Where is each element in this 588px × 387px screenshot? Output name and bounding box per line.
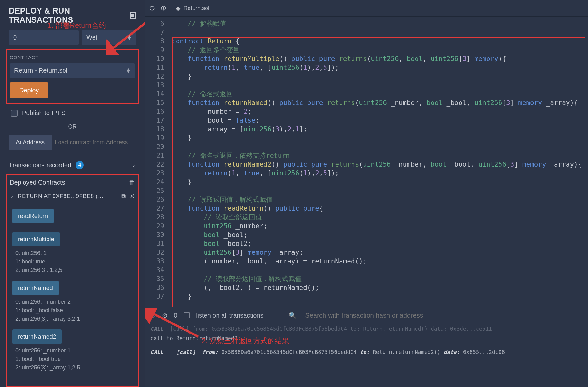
function-result: 0: uint256: _number 1: [12, 346, 135, 355]
function-result: 2: uint256[3]: 1,2,5: [12, 266, 135, 274]
chevron-updown-icon: ▲▼: [126, 68, 131, 73]
function-result: 1: bool: _bool true: [12, 355, 135, 363]
function-result: 0: uint256: 1: [12, 249, 135, 257]
function-block: readReturn: [10, 206, 135, 229]
zoom-in-icon[interactable]: ⊕: [161, 4, 166, 12]
function-block: returnNamed0: uint256: _number 21: bool:…: [10, 278, 135, 326]
editor-topbar: ⊖ ⊕ ◆ Return.sol: [145, 0, 588, 17]
annotation-2: 2. 观察三种返回方式的结果: [201, 336, 289, 346]
function-block: returnMultiple0: uint256: 11: bool: true…: [10, 229, 135, 278]
deployed-contracts-label: Deployed Contracts: [10, 179, 65, 186]
search-icon[interactable]: 🔍: [289, 312, 297, 319]
tab-return-sol[interactable]: ◆ Return.sol: [172, 3, 213, 14]
value-row: Wei ▲▼: [0, 30, 145, 49]
value-unit-label: Wei: [86, 34, 97, 41]
docs-icon[interactable]: [130, 12, 136, 19]
collapse-icon[interactable]: ⌄: [150, 312, 156, 319]
listen-all-label: listen on all transactions: [196, 312, 263, 319]
or-divider: OR: [0, 122, 145, 135]
value-input[interactable]: [9, 30, 79, 45]
publish-ipfs-checkbox[interactable]: [11, 110, 18, 117]
clear-icon[interactable]: ⊘: [162, 312, 167, 319]
pending-count: 0: [174, 312, 177, 319]
line-number-gutter: 6789101112131415161718192021222324252627…: [145, 17, 169, 303]
zoom-out-icon[interactable]: ⊖: [149, 4, 155, 12]
terminal-line: CALL CALL [call] from: 0x5B38Da6a701c568…: [150, 324, 582, 334]
contract-instance-row[interactable]: ⌄ RETURN AT 0XF8E...9FBE8 (MEMORY) ⧉ ✕: [10, 189, 135, 206]
contract-label: CONTRACT: [10, 53, 135, 63]
terminal-search-input[interactable]: [303, 310, 582, 320]
function-result: 2: uint256[3]: _array 1,2,5: [12, 363, 135, 372]
annotation-1: 1. 部署Return合约: [47, 21, 106, 30]
copy-icon[interactable]: ⧉: [121, 193, 126, 200]
listen-all-checkbox[interactable]: [184, 312, 190, 318]
contract-deploy-highlight: CONTRACT Return - Return.sol ▲▼ Deploy: [6, 49, 139, 104]
tab-filename: Return.sol: [184, 5, 209, 12]
function-button-readReturn[interactable]: readReturn: [12, 209, 54, 223]
deploy-run-panel: DEPLOY & RUN TRANSACTIONS 1. 部署Return合约 …: [0, 0, 145, 387]
terminal-panel: ⌄ ⊘ 0 listen on all transactions 🔍 2. 观察…: [145, 307, 588, 387]
function-button-returnNamed2[interactable]: returnNamed2: [12, 329, 62, 344]
trash-icon[interactable]: 🗑: [129, 179, 135, 186]
contract-instance-label: RETURN AT 0XF8E...9FBE8 (MEMORY): [18, 193, 106, 200]
deployed-contracts-highlight: Deployed Contracts 🗑 ⌄ RETURN AT 0XF8E..…: [6, 174, 139, 387]
chevron-updown-icon: ▲▼: [127, 35, 132, 40]
deployed-contracts-header: Deployed Contracts 🗑: [10, 178, 135, 189]
function-result: 2: uint256[3]: _array 3,2,1: [12, 315, 135, 323]
function-result: 1: bool: _bool false: [12, 306, 135, 315]
publish-ipfs-row[interactable]: Publish to IPFS: [0, 104, 145, 122]
deploy-button[interactable]: Deploy: [10, 82, 48, 98]
contract-selected-label: Return - Return.sol: [14, 67, 67, 74]
function-button-returnNamed[interactable]: returnNamed: [12, 281, 59, 295]
terminal-line: CALL [call] from: 0x5B38Da6a701c568545dC…: [150, 347, 582, 357]
chevron-down-icon: ⌄: [131, 162, 136, 169]
at-address-row: At Address: [0, 135, 145, 158]
function-block: returnNamed20: uint256: _number 11: bool…: [10, 326, 135, 375]
function-result: 0: uint256: _number 2: [12, 298, 135, 306]
function-button-returnMultiple[interactable]: returnMultiple: [12, 232, 60, 246]
editor-area: ⊖ ⊕ ◆ Return.sol 67891011121314151617181…: [145, 0, 588, 387]
code-editor[interactable]: 6789101112131415161718192021222324252627…: [145, 17, 588, 307]
function-result: 1: bool: true: [12, 257, 135, 266]
chevron-down-icon: ⌄: [10, 193, 14, 199]
terminal-toolbar: ⌄ ⊘ 0 listen on all transactions 🔍: [145, 307, 588, 324]
transactions-recorded-label: Transactions recorded: [9, 162, 71, 169]
transactions-recorded-row[interactable]: Transactions recorded 4 ⌄: [0, 158, 145, 174]
contract-select[interactable]: Return - Return.sol ▲▼: [10, 63, 135, 78]
at-address-button[interactable]: At Address: [9, 135, 52, 150]
solidity-file-icon: ◆: [176, 4, 180, 12]
at-address-input[interactable]: [52, 135, 136, 150]
value-unit-select[interactable]: Wei ▲▼: [82, 30, 136, 45]
close-icon[interactable]: ✕: [130, 192, 135, 200]
publish-ipfs-label: Publish to IPFS: [22, 109, 65, 117]
code-content[interactable]: // 解构赋值contract Return { // 返回多个变量 funct…: [169, 17, 588, 303]
transactions-count-badge: 4: [76, 161, 84, 169]
